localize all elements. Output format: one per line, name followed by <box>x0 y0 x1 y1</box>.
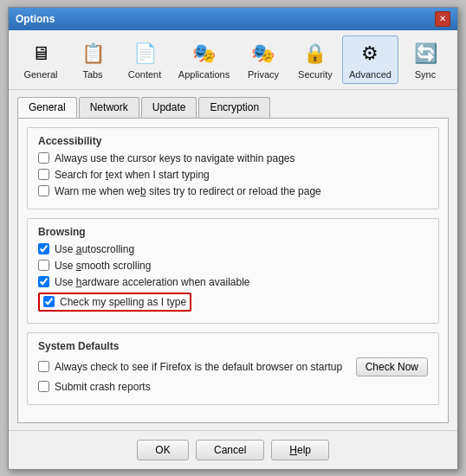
search-text-label: Search for text when I start typing <box>55 169 210 181</box>
checkbox-row-hardware-accel: Use hardware acceleration when available <box>38 276 428 288</box>
accessibility-section: Accessibility Always use the cursor keys… <box>27 127 439 209</box>
privacy-icon: 🎭 <box>249 40 277 68</box>
toolbar-label-general: General <box>23 69 57 80</box>
content-icon: 📄 <box>131 40 159 68</box>
toolbar-label-advanced: Advanced <box>349 69 392 80</box>
warn-redirect-label: Warn me when web sites try to redirect o… <box>55 185 321 197</box>
check-now-button[interactable]: Check Now <box>356 357 428 376</box>
autoscrolling-checkbox[interactable] <box>38 243 49 254</box>
sync-icon: 🔄 <box>411 40 439 68</box>
toolbar-label-content: Content <box>128 69 162 80</box>
footer: OK Cancel Help <box>9 430 457 469</box>
tab-general[interactable]: General <box>17 97 77 118</box>
hardware-accel-label: Use hardware acceleration when available <box>55 276 250 288</box>
toolbar-item-security[interactable]: 🔒 Security <box>290 35 340 84</box>
close-button[interactable]: ✕ <box>435 11 450 27</box>
browsing-section: Browsing Use autoscrolling Use smooth sc… <box>27 218 439 324</box>
spell-check-label: Check my spelling as I type <box>60 296 186 308</box>
help-button[interactable]: Help <box>271 440 329 460</box>
security-icon: 🔒 <box>301 40 329 68</box>
toolbar-label-security: Security <box>298 69 333 80</box>
accessibility-title: Accessibility <box>38 135 428 147</box>
options-window: Options ✕ 🖥 General 📋 Tabs 📄 Content 🎭 A… <box>8 7 458 470</box>
ok-button[interactable]: OK <box>137 440 189 460</box>
checkbox-row-spell-check: Check my spelling as I type <box>38 293 428 312</box>
default-browser-checkbox[interactable] <box>38 361 49 372</box>
toolbar-label-privacy: Privacy <box>248 69 279 80</box>
toolbar-item-applications[interactable]: 🎭 Applications <box>172 35 236 84</box>
sub-tabs: General Network Update Encryption <box>17 97 449 118</box>
toolbar-item-general[interactable]: 🖥 General <box>16 35 66 84</box>
checkbox-row-crash-reports: Submit crash reports <box>38 381 428 393</box>
main-content: General Network Update Encryption Access… <box>9 90 457 430</box>
toolbar-item-sync[interactable]: 🔄 Sync <box>400 35 450 84</box>
toolbar: 🖥 General 📋 Tabs 📄 Content 🎭 Application… <box>9 30 457 90</box>
toolbar-item-advanced[interactable]: ⚙ Advanced <box>342 35 398 84</box>
system-defaults-section: System Defaults Always check to see if F… <box>27 332 439 405</box>
window-title: Options <box>16 13 55 25</box>
search-text-checkbox[interactable] <box>38 169 49 180</box>
checkbox-row-autoscrolling: Use autoscrolling <box>38 243 428 255</box>
toolbar-item-tabs[interactable]: 📋 Tabs <box>68 35 118 84</box>
title-bar: Options ✕ <box>9 8 457 30</box>
checkbox-row-smooth-scrolling: Use smooth scrolling <box>38 260 428 272</box>
default-browser-checkbox-row: Always check to see if Firefox is the de… <box>38 361 342 373</box>
default-browser-label: Always check to see if Firefox is the de… <box>55 361 342 373</box>
general-icon: 🖥 <box>27 40 55 68</box>
checkbox-row-cursor-keys: Always use the cursor keys to navigate w… <box>38 152 428 164</box>
checkbox-row-search-text: Search for text when I start typing <box>38 169 428 181</box>
autoscrolling-label: Use autoscrolling <box>55 243 134 255</box>
advanced-icon: ⚙ <box>356 40 384 68</box>
tab-update[interactable]: Update <box>141 97 197 118</box>
cursor-keys-checkbox[interactable] <box>38 152 49 164</box>
cancel-button[interactable]: Cancel <box>196 440 264 460</box>
smooth-scrolling-checkbox[interactable] <box>38 260 49 271</box>
applications-icon: 🎭 <box>190 40 217 68</box>
spell-check-highlight: Check my spelling as I type <box>38 293 191 312</box>
toolbar-label-sync: Sync <box>415 69 436 80</box>
warn-redirect-checkbox[interactable] <box>38 185 49 196</box>
tabs-icon: 📋 <box>79 40 107 68</box>
browsing-title: Browsing <box>38 226 428 238</box>
tab-network[interactable]: Network <box>79 97 139 118</box>
tab-panel: Accessibility Always use the cursor keys… <box>17 118 449 423</box>
toolbar-label-applications: Applications <box>178 69 230 80</box>
crash-reports-checkbox[interactable] <box>38 381 49 392</box>
cursor-keys-label: Always use the cursor keys to navigate w… <box>55 152 294 164</box>
crash-reports-label: Submit crash reports <box>55 381 151 393</box>
toolbar-label-tabs: Tabs <box>82 69 102 80</box>
toolbar-item-content[interactable]: 📄 Content <box>120 35 170 84</box>
checkbox-row-warn-redirect: Warn me when web sites try to redirect o… <box>38 185 428 197</box>
tab-encryption[interactable]: Encryption <box>198 97 270 118</box>
spell-check-checkbox[interactable] <box>43 296 55 307</box>
smooth-scrolling-label: Use smooth scrolling <box>55 260 151 272</box>
toolbar-item-privacy[interactable]: 🎭 Privacy <box>238 35 288 84</box>
system-defaults-title: System Defaults <box>38 340 428 352</box>
hardware-accel-checkbox[interactable] <box>38 276 49 287</box>
default-browser-row: Always check to see if Firefox is the de… <box>38 357 428 376</box>
